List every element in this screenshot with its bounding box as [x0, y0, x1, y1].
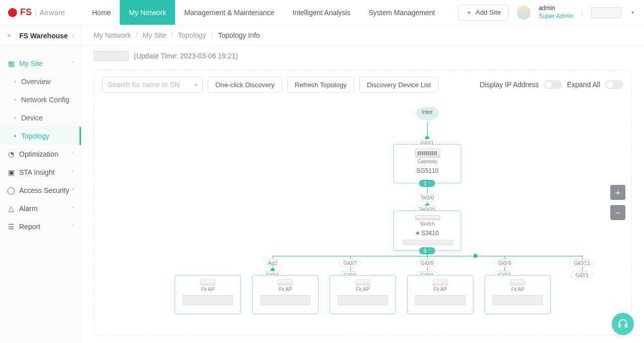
- chevron-down-icon: ˅: [71, 224, 74, 230]
- top-nav: FS | Airware Home My Network Management …: [0, 0, 644, 25]
- chevron-down-icon: ˅: [71, 170, 74, 175]
- port-label: Gi0/8: [416, 259, 438, 267]
- alarm-icon: △: [7, 204, 15, 213]
- internet-label: Inter: [414, 109, 441, 115]
- menu-sta-insight-label: STA Insight: [19, 168, 71, 176]
- topology-diagram: Inter Gi0/1 Gateway SG5110 1˄ Te0/0 Te0/…: [94, 99, 631, 334]
- nav-intelligent-analysis[interactable]: Intelligent Analysis: [283, 0, 359, 25]
- topbar-divider: |: [581, 9, 583, 17]
- menu-optimization[interactable]: ◔ Optimization ˅: [0, 145, 81, 163]
- crumb-topology-info: Topology Info: [218, 31, 260, 39]
- ap-node[interactable]: Fit AP: [175, 275, 241, 314]
- toolbar-right: Display IP Address Expand All: [480, 80, 623, 89]
- display-ip-label: Display IP Address: [480, 81, 539, 89]
- insight-icon: ▣: [7, 168, 15, 176]
- gauge-icon: ◔: [7, 150, 15, 158]
- menu-alarm-label: Alarm: [19, 204, 71, 213]
- sidebar-menu: ▦ My Site ˄ Overview Network Config Devi…: [0, 46, 81, 236]
- search-placeholder: Search for name or SN: [108, 81, 180, 89]
- crumb-my-site[interactable]: My Site: [143, 31, 167, 39]
- gateway-name: SG5110: [416, 167, 438, 174]
- nav-home[interactable]: Home: [83, 0, 120, 25]
- username: admin: [539, 5, 574, 13]
- support-chat-button[interactable]: [612, 313, 634, 335]
- submenu-topology[interactable]: Topology: [0, 127, 81, 145]
- menu-my-site[interactable]: ▦ My Site ˄: [0, 54, 81, 73]
- brand-airware: Airware: [40, 9, 65, 17]
- headset-icon: [617, 318, 628, 329]
- port-label: Te0/0: [416, 193, 439, 201]
- chevron-down-icon: ˅: [71, 152, 74, 157]
- ap-type: Fit AP: [279, 287, 292, 292]
- nav-my-network[interactable]: My Network: [120, 0, 175, 25]
- chevron-down-icon: ˅: [71, 206, 74, 212]
- display-ip-toggle[interactable]: [544, 80, 562, 89]
- org-select[interactable]: [591, 7, 621, 18]
- search-input[interactable]: Search for name or SN ▾: [102, 77, 203, 93]
- ap-node[interactable]: Fit AP: [485, 275, 551, 314]
- breadcrumb: My Network / My Site / Topology / Topolo…: [82, 25, 644, 46]
- ap-node[interactable]: Fit AP: [330, 275, 396, 314]
- ap-icon: [278, 280, 293, 286]
- menu-alarm[interactable]: △ Alarm ˅: [0, 199, 81, 218]
- switch-name-text: S3410: [421, 230, 439, 237]
- avatar[interactable]: [517, 6, 531, 20]
- shield-icon: ◯: [7, 186, 15, 194]
- switch-name: S3410: [416, 230, 439, 237]
- submenu-network-config[interactable]: Network Config: [0, 91, 81, 109]
- svg-rect-3: [619, 324, 621, 327]
- svg-rect-4: [625, 324, 627, 327]
- placeholder-box: [94, 51, 129, 61]
- menu-access-security-label: Access Security: [19, 186, 71, 194]
- nav-management-maintenance[interactable]: Management & Maintenance: [175, 0, 283, 25]
- ap-icon: [433, 280, 448, 286]
- port-label: Gi0/9: [494, 259, 516, 267]
- one-click-discovery-button[interactable]: One-click Discovery: [208, 77, 282, 93]
- crumb-topology[interactable]: Topology: [178, 31, 206, 39]
- ap-type: Fit AP: [201, 287, 215, 292]
- ap-node[interactable]: Fit AP: [407, 275, 473, 314]
- port-label: Gi0/7: [339, 259, 361, 267]
- topology-canvas[interactable]: Search for name or SN ▾ One-click Discov…: [94, 70, 632, 335]
- ap-node[interactable]: Fit AP: [252, 275, 318, 314]
- report-icon: ☰: [7, 223, 15, 231]
- site-label: FS Warehouse: [19, 32, 68, 40]
- internet-node[interactable]: Inter: [414, 103, 441, 123]
- topology-toolbar: Search for name or SN ▾ One-click Discov…: [102, 77, 623, 93]
- menu-access-security[interactable]: ◯ Access Security ˅: [0, 181, 81, 199]
- chevron-down-icon: ▾: [195, 82, 197, 88]
- menu-report[interactable]: ☰ Report ˅: [0, 218, 81, 236]
- brand-logo: FS | Airware: [0, 7, 83, 18]
- ap-icon: [200, 280, 215, 286]
- menu-optimization-label: Optimization: [19, 150, 71, 158]
- ap-icon: [355, 280, 370, 286]
- switch-icon: [415, 215, 440, 220]
- port-label: Ag2: [263, 259, 282, 267]
- plus-icon: ＋: [466, 8, 472, 17]
- expand-all-toggle[interactable]: [605, 80, 623, 89]
- pin-icon: ⌖: [7, 31, 11, 40]
- add-site-button[interactable]: ＋ Add Site: [458, 5, 508, 21]
- status-dot: [416, 232, 419, 235]
- switch-node[interactable]: Switch S3410: [393, 211, 461, 251]
- site-icon: ▦: [7, 59, 15, 67]
- submenu-device[interactable]: Device: [0, 109, 81, 127]
- gateway-node[interactable]: Gateway SG5110: [393, 144, 461, 183]
- crumb-my-network[interactable]: My Network: [94, 31, 131, 39]
- placeholder-box: [493, 295, 543, 305]
- nav-system-management[interactable]: System Management: [359, 0, 444, 25]
- discovery-device-list-button[interactable]: Discovery Device List: [359, 77, 438, 93]
- chevron-down-icon[interactable]: ▾: [631, 10, 634, 15]
- crumb-sep: /: [171, 31, 173, 39]
- menu-my-site-label: My Site: [19, 59, 71, 67]
- badge-value: 5: [424, 248, 427, 254]
- crumb-sep: /: [136, 31, 138, 39]
- main-nav: Home My Network Management & Maintenance…: [83, 0, 444, 25]
- submenu-overview[interactable]: Overview: [0, 73, 81, 91]
- link: [427, 251, 428, 256]
- refresh-topology-button[interactable]: Refresh Topology: [287, 77, 354, 93]
- menu-sta-insight[interactable]: ▣ STA Insight ˅: [0, 163, 81, 181]
- chevron-up-icon: ˄: [428, 181, 431, 186]
- ap-type: Fit AP: [434, 287, 447, 292]
- site-selector[interactable]: ⌖ FS Warehouse ›: [0, 25, 81, 46]
